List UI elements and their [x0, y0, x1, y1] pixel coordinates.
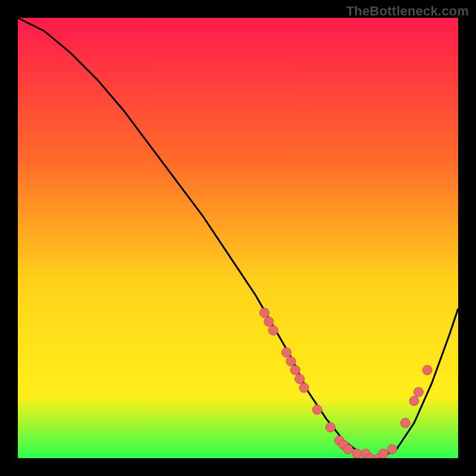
marker-dot	[299, 383, 309, 393]
marker-dot	[400, 418, 410, 428]
marker-dot	[295, 374, 305, 384]
chart-frame	[18, 18, 458, 458]
marker-dot	[378, 449, 388, 458]
bottleneck-chart	[18, 18, 458, 458]
marker-dot	[286, 356, 296, 366]
marker-dot	[352, 449, 362, 458]
marker-dot	[264, 317, 274, 327]
marker-dot	[268, 325, 278, 335]
gradient-background	[18, 18, 458, 458]
marker-dot	[281, 347, 291, 357]
marker-dot	[409, 396, 419, 406]
marker-dot	[312, 405, 322, 415]
marker-dot	[414, 387, 423, 397]
marker-dot	[422, 365, 432, 375]
marker-dot	[259, 308, 269, 318]
watermark-text: TheBottleneck.com	[346, 4, 469, 19]
marker-dot	[387, 444, 397, 454]
marker-dot	[290, 365, 300, 375]
marker-dot	[343, 444, 353, 454]
marker-dot	[325, 422, 335, 432]
